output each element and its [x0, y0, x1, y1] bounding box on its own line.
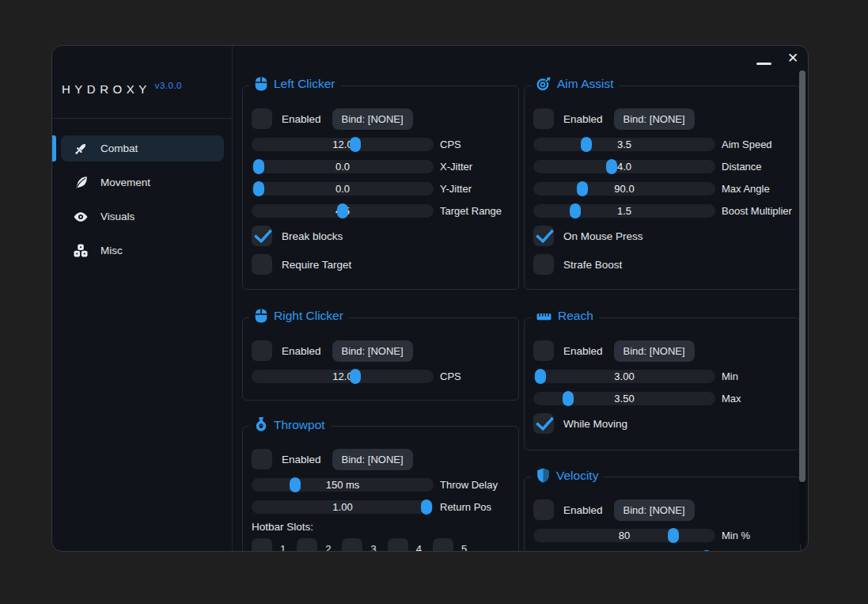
- slider-thumb[interactable]: [253, 181, 264, 196]
- sidebar-item-visuals[interactable]: Visuals: [61, 203, 224, 230]
- mouse-icon: [255, 77, 267, 91]
- bind-button[interactable]: Bind: [NONE]: [332, 108, 413, 130]
- slider-thumb[interactable]: [350, 137, 361, 152]
- enabled-checkbox[interactable]: [533, 500, 554, 520]
- slider-thumb[interactable]: [253, 159, 264, 174]
- enable-row: Enabled Bind: [NONE]: [533, 339, 791, 363]
- slider-label: X-Jitter: [440, 161, 472, 173]
- panel-title: Throwpot: [274, 418, 325, 432]
- slider-label: Y-Jitter: [440, 183, 472, 195]
- sidebar-item-misc[interactable]: Misc: [61, 237, 224, 264]
- check-row: Strafe Boost: [533, 254, 791, 275]
- enable-row: Enabled Bind: [NONE]: [252, 447, 510, 471]
- slider-label: Distance: [722, 161, 762, 173]
- hotbar-slot-2-checkbox[interactable]: [297, 538, 317, 552]
- require-target-checkbox[interactable]: [252, 254, 272, 275]
- slider-track[interactable]: 3.5: [533, 138, 715, 151]
- sidebar-item-label: Combat: [100, 142, 138, 154]
- slider-track[interactable]: 0.0: [252, 182, 434, 196]
- sidebar-item-movement[interactable]: Movement: [61, 169, 224, 196]
- slider-row: 150 ms Throw Delay: [252, 478, 510, 492]
- slider-thumb[interactable]: [563, 391, 574, 406]
- panel-left-clicker: Left Clicker Enabled Bind: [NONE] 12.0 C…: [242, 85, 519, 290]
- check-label: While Moving: [563, 418, 627, 430]
- hotbar-slot-3-checkbox[interactable]: [342, 538, 362, 552]
- slider-thumb[interactable]: [337, 203, 348, 218]
- enabled-checkbox[interactable]: [252, 449, 272, 469]
- slider-track[interactable]: 4.5: [252, 204, 434, 218]
- panel-right-clicker: Right Clicker Enabled Bind: [NONE] 12.0 …: [242, 317, 519, 401]
- slider-track[interactable]: 80: [533, 529, 715, 542]
- slider-thumb[interactable]: [577, 181, 588, 196]
- slider-value: 12.0: [252, 138, 434, 151]
- bind-button[interactable]: Bind: [NONE]: [332, 449, 413, 470]
- slider-value: 4.0: [533, 160, 715, 173]
- slider-label: CPS: [440, 139, 461, 150]
- while-moving-checkbox[interactable]: [533, 413, 554, 434]
- scrollbar-thumb[interactable]: [799, 70, 805, 482]
- slider-row: 90.0 Max Angle: [533, 182, 791, 196]
- slider-track[interactable]: 1.5: [533, 204, 715, 218]
- bind-button[interactable]: Bind: [NONE]: [614, 108, 695, 130]
- slider-thumb[interactable]: [535, 369, 546, 384]
- scrollbar-track[interactable]: [799, 70, 805, 545]
- slider-track[interactable]: 90.0: [533, 182, 715, 196]
- app-window: ✕ HYDROXY v3.0.0 Combat Movement: [51, 45, 809, 552]
- sidebar-nav: Combat Movement Visuals Misc: [61, 135, 224, 272]
- bind-button[interactable]: Bind: [NONE]: [332, 340, 413, 362]
- check-label: On Mouse Press: [563, 230, 643, 242]
- brand-title: HYDROXY: [62, 82, 151, 96]
- enabled-checkbox[interactable]: [533, 108, 554, 129]
- slider-thumb[interactable]: [350, 369, 361, 384]
- enable-row: Enabled Bind: [NONE]: [252, 107, 510, 131]
- slider-thumb[interactable]: [570, 203, 581, 218]
- sidebar-item-combat[interactable]: Combat: [61, 135, 224, 161]
- enabled-checkbox[interactable]: [533, 340, 554, 361]
- hotbar-slot-label: 3: [370, 543, 376, 553]
- slider-track[interactable]: 0.0: [252, 160, 434, 173]
- close-icon[interactable]: ✕: [783, 48, 802, 67]
- on-mouse-press-checkbox[interactable]: [533, 226, 554, 246]
- break-blocks-checkbox[interactable]: [252, 226, 272, 246]
- hotbar-slot-5-checkbox[interactable]: [433, 538, 453, 552]
- bind-button[interactable]: Bind: [NONE]: [614, 340, 695, 362]
- panel-legend: Throwpot: [249, 417, 331, 432]
- slider-track[interactable]: 3.00: [533, 370, 715, 383]
- slider-track[interactable]: 4.0: [533, 160, 715, 173]
- slider-track[interactable]: 1.00: [252, 500, 434, 514]
- enabled-checkbox[interactable]: [252, 108, 272, 129]
- slider-thumb[interactable]: [421, 500, 432, 515]
- slider-track[interactable]: [533, 551, 715, 552]
- strafe-boost-checkbox[interactable]: [533, 254, 554, 275]
- slider-row: 80 Min %: [533, 529, 791, 542]
- slider-track[interactable]: 12.0: [252, 370, 434, 383]
- slider-track[interactable]: 150 ms: [252, 478, 434, 492]
- check-label: Break blocks: [282, 230, 343, 242]
- enabled-checkbox[interactable]: [252, 340, 272, 361]
- slider-thumb[interactable]: [606, 159, 617, 174]
- slider-thumb[interactable]: [290, 477, 301, 492]
- dice-icon: [74, 244, 88, 258]
- panel-title: Reach: [558, 309, 593, 323]
- hotbar-slot-label: 4: [416, 543, 422, 553]
- sidebar: HYDROXY v3.0.0 Combat Movement: [52, 46, 233, 551]
- panel-legend: Left Clicker: [249, 77, 341, 91]
- slider-value: 3.00: [533, 370, 715, 383]
- panel-velocity: Velocity Enabled Bind: [NONE] 80 Min %: [524, 477, 801, 552]
- panel-legend: Reach: [531, 309, 599, 323]
- hotbar-slot-4-checkbox[interactable]: [388, 538, 408, 552]
- slider-track[interactable]: 3.50: [533, 392, 715, 405]
- slider-thumb[interactable]: [581, 137, 592, 152]
- slider-value: 0.0: [252, 182, 434, 196]
- slider-track[interactable]: 12.0: [252, 138, 434, 151]
- minimize-icon[interactable]: [756, 63, 771, 65]
- active-tab-accent: [52, 135, 56, 161]
- slider-value: 0.0: [252, 160, 434, 173]
- slider-thumb[interactable]: [668, 528, 679, 543]
- panel-aim-assist: Aim Assist Enabled Bind: [NONE] 3.5 Aim …: [524, 85, 801, 290]
- slider-value: 3.50: [533, 392, 715, 405]
- eye-icon: [74, 210, 88, 224]
- hotbar-slot-1-checkbox[interactable]: [252, 538, 272, 552]
- bind-button[interactable]: Bind: [NONE]: [614, 500, 695, 521]
- panel-title: Left Clicker: [274, 77, 335, 91]
